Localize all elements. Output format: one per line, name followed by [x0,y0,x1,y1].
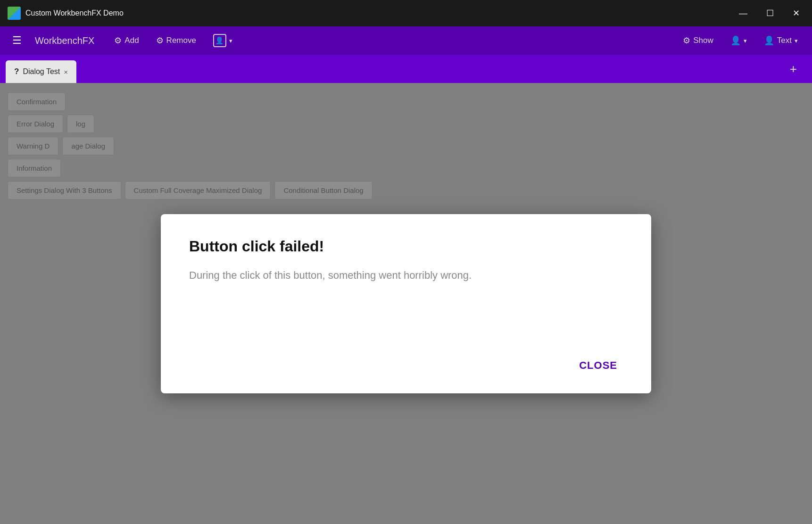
modal-overlay: Button click failed! During the click of… [0,83,812,524]
dialog-footer: CLOSE [189,357,623,374]
text-dropdown-button[interactable]: Text [757,33,804,49]
dialog-test-tab[interactable]: ? Dialog Test × [6,60,76,83]
titlebar: Custom WorkbenchFX Demo — ☐ ✕ [0,0,812,26]
remove-button[interactable]: Remove [149,33,203,49]
dialog-message: During the click of this button, somethi… [189,269,623,338]
show-label: Show [693,36,713,45]
text-person-icon [764,35,774,46]
show-button[interactable]: Show [676,33,720,49]
app-name-label: WorkbenchFX [35,35,94,46]
person1-dropdown-button[interactable] [724,33,754,49]
show-gear-icon [683,35,690,46]
window-controls: — ☐ ✕ [734,6,804,20]
maximize-button[interactable]: ☐ [762,6,779,20]
text-label: Text [777,36,792,45]
add-gear-icon [114,35,122,46]
content-area: Confirmation Error Dialog log Warning D … [0,83,812,524]
app-title: Custom WorkbenchFX Demo [25,9,734,17]
tab-close-button[interactable]: × [64,68,68,76]
hamburger-icon[interactable]: ☰ [8,32,26,50]
contact-dropdown-button[interactable]: 👤 [207,31,239,50]
tab-title-label: Dialog Test [23,67,60,76]
minimize-button[interactable]: — [734,6,752,20]
contact-icon: 👤 [213,34,226,47]
dialog-title: Button click failed! [189,238,623,255]
error-dialog: Button click failed! During the click of… [161,214,651,393]
menubar: ☰ WorkbenchFX Add Remove 👤 Show Text [0,26,812,55]
remove-label: Remove [166,36,196,45]
app-icon [8,7,21,20]
add-tab-button[interactable]: + [785,60,802,78]
tabbar: ? Dialog Test × + [0,55,812,83]
add-label: Add [124,36,139,45]
add-button[interactable]: Add [108,33,145,49]
person1-icon [730,35,741,46]
tab-question-icon: ? [14,67,19,76]
remove-gear-icon [156,35,164,46]
dialog-close-button[interactable]: CLOSE [573,357,623,374]
window-close-button[interactable]: ✕ [788,6,804,20]
